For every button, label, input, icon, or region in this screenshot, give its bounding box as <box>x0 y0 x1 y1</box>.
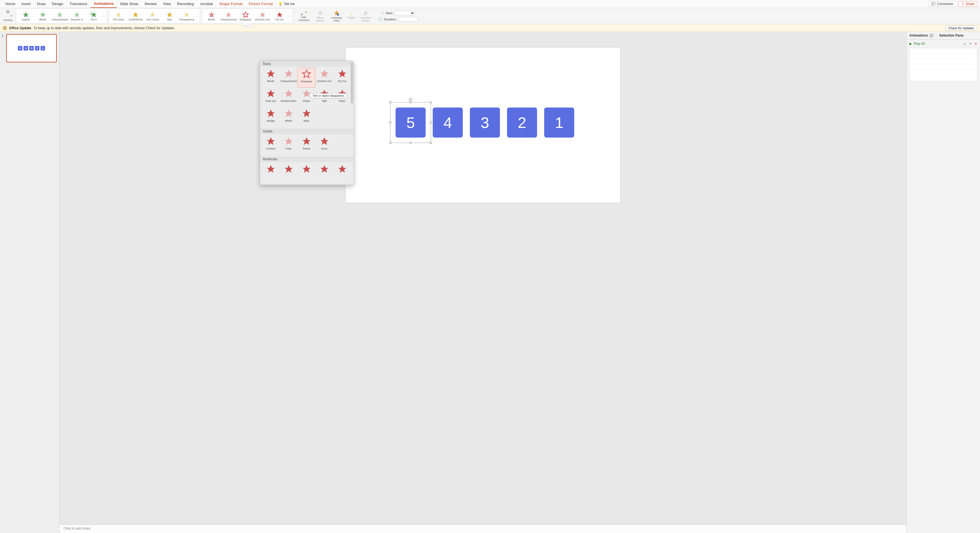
duration-input[interactable] <box>398 17 418 22</box>
animation-pane-button[interactable]: Animation Pane <box>329 10 344 22</box>
emphasis-grow-shrink[interactable]: Grow/Shrink <box>127 11 143 21</box>
tab-recording[interactable]: Recording <box>174 0 197 8</box>
effect-wedge[interactable]: Wedge <box>262 108 280 127</box>
emphasis-transparency[interactable]: Transparency <box>179 11 194 21</box>
label: Spin <box>167 18 172 21</box>
effect-item[interactable] <box>262 163 280 178</box>
tab-acrobat[interactable]: Acrobat <box>197 0 216 8</box>
path-animation-button[interactable]: Path Animation <box>296 11 311 22</box>
effect-zoom[interactable]: Zoom <box>315 135 333 155</box>
effect-item[interactable] <box>280 163 298 178</box>
slide-thumbnail-1[interactable]: 5 4 3 2 1 <box>6 34 57 62</box>
star-icon <box>284 164 293 174</box>
scrollbar[interactable] <box>351 62 353 183</box>
play-icon[interactable]: ▶ <box>909 42 912 46</box>
entrance-chequerboard[interactable]: Chequerboard <box>52 11 68 21</box>
animation-painter-button[interactable]: Animation Painter <box>358 10 373 22</box>
entrance-dissolve-in[interactable]: Dissolve In <box>69 11 85 21</box>
move-down-icon[interactable]: ▼ <box>969 42 972 46</box>
selection-pane-tab[interactable]: Selection Pane <box>936 32 966 39</box>
emphasis-line-colour[interactable]: Line Colour <box>145 11 161 21</box>
tell-me[interactable]: 💡 Tell me <box>278 2 294 6</box>
tab-draw[interactable]: Draw <box>34 0 48 8</box>
exit-blinds[interactable]: Blinds <box>204 11 220 21</box>
close-icon[interactable]: ✕ <box>3 26 7 30</box>
shape-box-2[interactable]: 2 <box>507 108 537 138</box>
effect-blinds[interactable]: Blinds <box>262 68 280 88</box>
effect-fly-out[interactable]: Fly Out <box>333 68 351 88</box>
play-icon: ▷ <box>382 11 384 15</box>
tab-animations[interactable]: Animations <box>91 0 117 8</box>
delete-icon[interactable]: ✕ <box>974 42 977 46</box>
notes-area[interactable]: Click to add notes <box>60 525 906 533</box>
exit-dissolve-out[interactable]: Dissolve Out <box>255 11 270 21</box>
shape-box-3[interactable]: 3 <box>470 108 500 138</box>
effect-item[interactable] <box>298 163 315 178</box>
effect-dissolve-out[interactable]: Dissolve Out <box>315 68 333 88</box>
exit-fly-out[interactable]: Fly Out <box>272 11 288 21</box>
effect-options-button[interactable]: Effect Options <box>312 10 328 22</box>
move-up-icon[interactable]: ▲ <box>963 42 966 46</box>
tab-transitions[interactable]: Transitions <box>66 0 91 8</box>
effect-item[interactable] <box>315 163 333 178</box>
resize-handle[interactable] <box>409 142 412 144</box>
exit-disappear[interactable]: Disappear <box>238 11 253 21</box>
effect-random-bars[interactable]: Random Bars <box>280 88 298 108</box>
gallery-more-icon[interactable]: › <box>196 14 198 18</box>
tab-home[interactable]: Home <box>2 0 18 8</box>
tab-slide-show[interactable]: Slide Show <box>117 0 142 8</box>
tab-view[interactable]: View <box>160 0 174 8</box>
effect-wheel[interactable]: Wheel <box>280 108 298 127</box>
resize-handle[interactable] <box>430 101 432 103</box>
animations-pane-tab[interactable]: Animations ✕ <box>907 32 936 39</box>
effect-item[interactable] <box>333 163 351 178</box>
svg-marker-15 <box>184 12 189 17</box>
svg-marker-22 <box>277 12 282 17</box>
effect-disappear[interactable]: Disappear <box>298 68 315 88</box>
slide[interactable]: ↻ 5 4 3 2 1 <box>346 48 620 202</box>
resize-handle[interactable] <box>430 121 432 123</box>
rotate-handle[interactable]: ↻ <box>409 98 412 101</box>
start-select[interactable] <box>395 11 415 15</box>
close-icon[interactable]: ✕ <box>929 33 934 37</box>
exit-chequerboard[interactable]: Chequerboard <box>221 11 237 21</box>
gallery-expand-button[interactable]: ⌄ <box>242 23 252 27</box>
tab-picture-format[interactable]: Picture Format <box>245 0 276 8</box>
entrance-blinds[interactable]: Blinds <box>35 11 51 21</box>
resize-handle[interactable] <box>389 101 391 103</box>
effect-peek-out[interactable]: Peek Out <box>262 88 280 108</box>
entrance-appear[interactable]: Appear <box>18 11 34 21</box>
tab-review[interactable]: Review <box>142 0 160 8</box>
resize-handle[interactable] <box>409 101 412 103</box>
svg-point-24 <box>306 12 307 13</box>
preview-button[interactable]: ▾ Preview <box>2 8 14 24</box>
star-icon <box>266 164 275 174</box>
effect-chequerboard[interactable]: Chequerboard <box>280 68 298 88</box>
play-all-row: ▶ Play All ▲ ▼ ✕ <box>907 40 980 48</box>
shape-box-1[interactable]: 1 <box>544 108 574 138</box>
emphasis-fill-colour[interactable]: Fill Colour <box>111 11 126 21</box>
effect-fade[interactable]: Fade <box>280 135 298 155</box>
shape-box-4[interactable]: 4 <box>433 108 463 138</box>
check-updates-button[interactable]: Check for Updates <box>945 25 977 31</box>
effect-swivel[interactable]: Swivel <box>298 135 315 155</box>
resize-handle[interactable] <box>389 142 391 144</box>
play-all-label[interactable]: Play All <box>914 42 925 46</box>
shape-box-5[interactable]: 5 <box>396 108 426 138</box>
tab-design[interactable]: Design <box>49 0 66 8</box>
tab-shape-format[interactable]: Shape Format <box>216 0 245 8</box>
resize-handle[interactable] <box>430 142 432 144</box>
entrance-fly-in[interactable]: Fly In <box>86 11 102 21</box>
effect-wipe[interactable]: Wipe <box>298 108 315 127</box>
emphasis-spin[interactable]: Spin <box>162 11 178 21</box>
tab-insert[interactable]: Insert <box>18 0 34 8</box>
effect-contract[interactable]: Contract <box>262 135 280 155</box>
comments-button[interactable]: 💬 Comments <box>928 1 956 7</box>
resize-handle[interactable] <box>389 121 391 123</box>
gallery-more-icon[interactable]: › <box>289 14 291 18</box>
animation-list[interactable] <box>909 48 977 81</box>
trigger-button[interactable]: ⚡ Trigger <box>345 13 357 19</box>
gallery-more-icon[interactable]: › <box>103 14 105 18</box>
share-button[interactable]: ⇪ Share <box>958 1 978 7</box>
svg-point-27 <box>337 13 339 15</box>
